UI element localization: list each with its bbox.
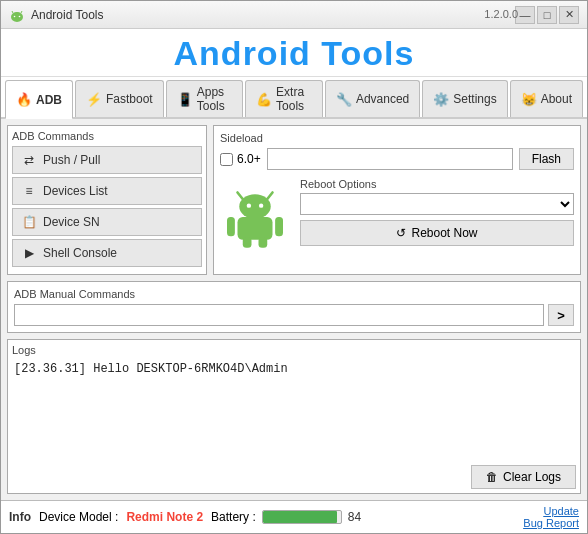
app-header: Android Tools [1, 29, 587, 77]
tabs-bar: 🔥 ADB ⚡ Fastboot 📱 Apps Tools 💪 Extra To… [1, 77, 587, 119]
shell-console-label: Shell Console [43, 246, 117, 260]
tab-apps-label: Apps Tools [197, 85, 232, 113]
adb-commands-title: ADB Commands [12, 130, 202, 142]
svg-rect-12 [275, 217, 283, 236]
battery-label: Battery : [211, 510, 256, 524]
info-bar: Info Device Model : Redmi Note 2 Battery… [1, 500, 587, 533]
logs-footer: 🗑 Clear Logs [12, 465, 576, 489]
reboot-icon: ↺ [396, 226, 406, 240]
run-command-button[interactable]: > [548, 304, 574, 326]
push-pull-button[interactable]: ⇄ Push / Pull [12, 146, 202, 174]
app-icon [9, 7, 25, 23]
svg-point-9 [259, 204, 263, 208]
svg-rect-10 [238, 217, 273, 240]
reboot-options-select[interactable]: System Recovery Bootloader Fastboot [300, 193, 574, 215]
tab-about[interactable]: 😸 About [510, 80, 583, 117]
tab-about-label: About [541, 92, 572, 106]
settings-tab-icon: ⚙️ [433, 92, 449, 107]
tab-apps[interactable]: 📱 Apps Tools [166, 80, 243, 117]
svg-rect-13 [243, 238, 252, 249]
device-sn-icon: 📋 [21, 214, 37, 230]
mascot-reboot-row: Reboot Options System Recovery Bootloade… [220, 178, 574, 252]
clear-logs-button[interactable]: 🗑 Clear Logs [471, 465, 576, 489]
update-link[interactable]: Update [544, 505, 579, 517]
update-links: Update Bug Report [523, 505, 579, 529]
title-bar-buttons: — □ ✕ [515, 6, 579, 24]
sideload-60-label: 6.0+ [237, 152, 261, 166]
devices-list-label: Devices List [43, 184, 108, 198]
top-section: ADB Commands ⇄ Push / Pull ≡ Devices Lis… [7, 125, 581, 275]
device-sn-label: Device SN [43, 215, 100, 229]
sideload-panel: Sideload 6.0+ Flash [213, 125, 581, 275]
logs-title: Logs [12, 344, 576, 356]
reboot-now-button[interactable]: ↺ Reboot Now [300, 220, 574, 246]
title-bar: Android Tools 1.2.0.0 — □ ✕ [1, 1, 587, 29]
manual-commands-title: ADB Manual Commands [14, 288, 574, 300]
tab-settings-label: Settings [453, 92, 496, 106]
tab-extra[interactable]: 💪 Extra Tools [245, 80, 323, 117]
svg-rect-11 [227, 217, 235, 236]
device-model-label: Device Model : [39, 510, 118, 524]
battery-number: 84 [348, 510, 361, 524]
logs-panel: Logs [23.36.31] Hello DESKTOP-6RMKO4D\Ad… [7, 339, 581, 494]
apps-tab-icon: 📱 [177, 92, 193, 107]
battery-bar-container: Battery : 84 [211, 510, 361, 524]
svg-line-4 [21, 11, 22, 13]
svg-point-8 [247, 204, 251, 208]
battery-fill [263, 511, 337, 523]
manual-commands-panel: ADB Manual Commands > [7, 281, 581, 333]
fastboot-tab-icon: ⚡ [86, 92, 102, 107]
tab-fastboot-label: Fastboot [106, 92, 153, 106]
reboot-now-label: Reboot Now [411, 226, 477, 240]
bug-report-link[interactable]: Bug Report [523, 517, 579, 529]
sideload-file-input[interactable] [267, 148, 513, 170]
device-sn-button[interactable]: 📋 Device SN [12, 208, 202, 236]
manual-command-input[interactable] [14, 304, 544, 326]
reboot-options-label: Reboot Options [300, 178, 574, 190]
svg-point-1 [14, 15, 16, 17]
devices-list-button[interactable]: ≡ Devices List [12, 177, 202, 205]
push-pull-label: Push / Pull [43, 153, 100, 167]
tab-adb[interactable]: 🔥 ADB [5, 80, 73, 119]
tab-settings[interactable]: ⚙️ Settings [422, 80, 507, 117]
shell-console-icon: ▶ [21, 245, 37, 261]
maximize-button[interactable]: □ [537, 6, 557, 24]
minimize-button[interactable]: — [515, 6, 535, 24]
flash-button[interactable]: Flash [519, 148, 574, 170]
sideload-60-checkbox[interactable] [220, 153, 233, 166]
devices-list-icon: ≡ [21, 183, 37, 199]
svg-line-3 [12, 11, 13, 13]
tab-advanced-label: Advanced [356, 92, 409, 106]
adb-commands-panel: ADB Commands ⇄ Push / Pull ≡ Devices Lis… [7, 125, 207, 275]
tab-advanced[interactable]: 🔧 Advanced [325, 80, 420, 117]
tab-fastboot[interactable]: ⚡ Fastboot [75, 80, 164, 117]
app-title: Android Tools [1, 35, 587, 72]
sideload-header: 6.0+ Flash [220, 148, 574, 170]
main-content: ADB Commands ⇄ Push / Pull ≡ Devices Lis… [1, 119, 587, 500]
svg-point-0 [11, 12, 23, 22]
clear-logs-icon: 🗑 [486, 470, 498, 484]
title-bar-text: Android Tools [31, 8, 104, 22]
android-mascot [220, 182, 290, 252]
tab-extra-label: Extra Tools [276, 85, 312, 113]
manual-cmd-row: > [14, 304, 574, 326]
logs-content[interactable]: [23.36.31] Hello DESKTOP-6RMKO4D\Admin [12, 360, 576, 461]
battery-bar [262, 510, 342, 524]
advanced-tab-icon: 🔧 [336, 92, 352, 107]
android-mascot-area [220, 182, 290, 252]
version-label: 1.2.0.0 [484, 8, 518, 20]
sideload-60-checkbox-label[interactable]: 6.0+ [220, 152, 261, 166]
clear-logs-label: Clear Logs [503, 470, 561, 484]
close-button[interactable]: ✕ [559, 6, 579, 24]
svg-point-7 [239, 195, 271, 220]
adb-tab-icon: 🔥 [16, 92, 32, 107]
info-label: Info [9, 510, 31, 524]
reboot-section: Reboot Options System Recovery Bootloade… [300, 178, 574, 252]
svg-rect-14 [259, 238, 268, 249]
tab-adb-label: ADB [36, 93, 62, 107]
push-pull-icon: ⇄ [21, 152, 37, 168]
svg-point-2 [19, 15, 21, 17]
shell-console-button[interactable]: ▶ Shell Console [12, 239, 202, 267]
extra-tab-icon: 💪 [256, 92, 272, 107]
about-tab-icon: 😸 [521, 92, 537, 107]
